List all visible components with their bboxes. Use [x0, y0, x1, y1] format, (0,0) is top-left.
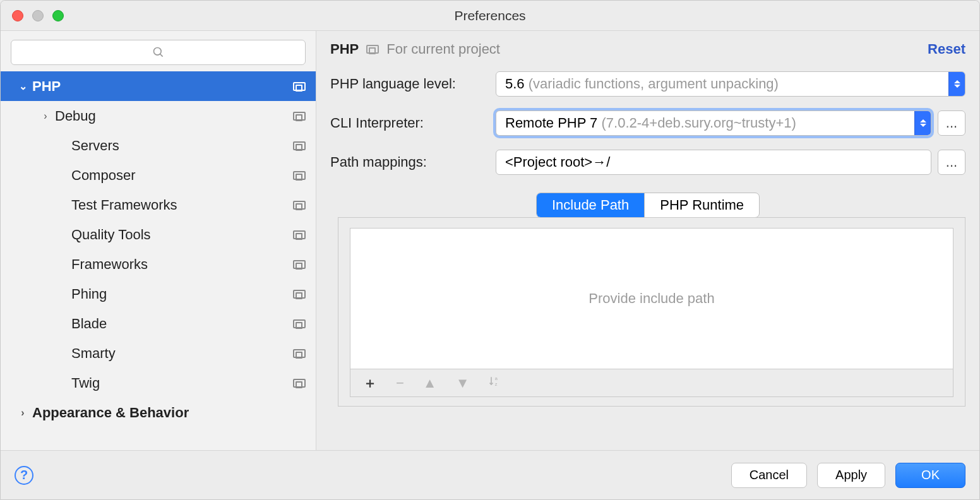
move-down-button[interactable]: ▼ — [456, 375, 470, 391]
chevron-updown-icon[interactable] — [948, 72, 965, 96]
sidebar-item-smarty[interactable]: Smarty — [1, 338, 316, 368]
project-scope-icon — [293, 379, 306, 388]
search-wrap — [1, 31, 316, 71]
project-scope-icon — [293, 319, 306, 328]
path-mappings-field[interactable]: <Project root>→/ — [496, 150, 931, 175]
sidebar-item-appearance-behavior[interactable]: ›Appearance & Behavior — [1, 398, 316, 427]
project-scope-icon — [293, 112, 306, 121]
tab-php-runtime[interactable]: PHP Runtime — [644, 193, 759, 217]
project-scope-icon — [293, 82, 306, 91]
cli-interpreter-label: CLI Interpreter: — [330, 115, 496, 131]
sidebar-item-label: Composer — [71, 167, 293, 184]
cli-interpreter-combo[interactable]: Remote PHP 7 (7.0.2-4+deb.sury.org~trust… — [496, 110, 931, 136]
content-pane: PHP For current project Reset PHP langua… — [316, 31, 979, 450]
breadcrumb: PHP For current project Reset — [316, 31, 979, 68]
sidebar-item-label: Appearance & Behavior — [32, 405, 306, 421]
svg-line-1 — [160, 54, 162, 57]
include-path-toolbar: ＋ − ▲ ▼ az — [350, 369, 953, 396]
sidebar-item-label: Frameworks — [71, 256, 293, 273]
include-path-list[interactable]: Provide include path ＋ − ▲ ▼ az — [350, 228, 953, 397]
sidebar-item-debug[interactable]: ›Debug — [1, 101, 316, 131]
language-level-hint: (variadic functions, argument unpacking) — [529, 76, 779, 92]
help-button[interactable]: ? — [15, 466, 33, 485]
svg-point-0 — [153, 48, 161, 56]
path-mappings-browse-button[interactable]: ... — [938, 150, 965, 175]
chevron-down-icon[interactable]: ⌄ — [13, 80, 32, 92]
sidebar-item-test-frameworks[interactable]: Test Frameworks — [1, 190, 316, 220]
move-up-button[interactable]: ▲ — [423, 375, 437, 391]
sidebar-item-composer[interactable]: Composer — [1, 160, 316, 190]
sidebar-item-label: Quality Tools — [71, 227, 293, 243]
include-path-panel: Provide include path ＋ − ▲ ▼ az — [338, 217, 965, 407]
sidebar-item-twig[interactable]: Twig — [1, 368, 316, 398]
sidebar-item-label: Debug — [55, 108, 293, 124]
footer: ? Cancel Apply OK — [1, 450, 979, 499]
cli-interpreter-browse-button[interactable]: ... — [938, 110, 965, 136]
page-title: PHP — [330, 41, 359, 57]
settings-tree[interactable]: ⌄PHP›DebugServersComposerTest Frameworks… — [1, 71, 316, 450]
sidebar-item-label: Smarty — [71, 345, 293, 362]
project-scope-icon — [366, 45, 379, 54]
path-mappings-label: Path mappings: — [330, 154, 496, 170]
include-path-placeholder: Provide include path — [350, 229, 953, 369]
path-mappings-value: <Project root>→/ — [505, 154, 610, 170]
window-title: Preferences — [1, 8, 979, 23]
row-language-level: PHP language level: 5.6 (variadic functi… — [330, 71, 965, 97]
minimize-window-icon — [32, 10, 44, 21]
row-cli-interpreter: CLI Interpreter: Remote PHP 7 (7.0.2-4+d… — [330, 110, 965, 136]
sidebar-item-phing[interactable]: Phing — [1, 279, 316, 309]
sidebar-item-label: Test Frameworks — [71, 197, 293, 213]
sidebar-item-frameworks[interactable]: Frameworks — [1, 249, 316, 279]
remove-button[interactable]: − — [396, 375, 404, 391]
sidebar-item-servers[interactable]: Servers — [1, 131, 316, 160]
zoom-window-icon[interactable] — [52, 10, 64, 21]
form: PHP language level: 5.6 (variadic functi… — [316, 68, 979, 189]
sidebar-item-php[interactable]: ⌄PHP — [1, 71, 316, 101]
row-path-mappings: Path mappings: <Project root>→/ ... — [330, 150, 965, 175]
tab-segment: Include Path PHP Runtime — [536, 193, 760, 218]
sidebar-item-quality-tools[interactable]: Quality Tools — [1, 220, 316, 249]
project-scope-icon — [293, 290, 306, 299]
language-level-combo[interactable]: 5.6 (variadic functions, argument unpack… — [496, 71, 965, 97]
sidebar-item-blade[interactable]: Blade — [1, 309, 316, 338]
language-level-label: PHP language level: — [330, 76, 496, 92]
project-scope-icon — [293, 260, 306, 269]
sidebar-item-label: PHP — [32, 78, 293, 95]
sidebar-item-label: Twig — [71, 375, 293, 391]
project-scope-icon — [293, 141, 306, 150]
tabs: Include Path PHP Runtime — [316, 193, 979, 218]
project-scope-icon — [293, 230, 306, 239]
sidebar-item-label: Phing — [71, 286, 293, 302]
search-icon — [152, 46, 165, 59]
close-window-icon[interactable] — [12, 10, 23, 21]
sidebar: ⌄PHP›DebugServersComposerTest Frameworks… — [1, 31, 316, 450]
sidebar-item-label: Blade — [71, 316, 293, 332]
project-scope-icon — [293, 201, 306, 210]
tab-include-path[interactable]: Include Path — [537, 193, 644, 217]
sidebar-item-label: Servers — [71, 138, 293, 154]
add-button[interactable]: ＋ — [363, 374, 377, 393]
search-input[interactable] — [11, 40, 306, 65]
svg-text:z: z — [495, 381, 498, 386]
main-split: ⌄PHP›DebugServersComposerTest Frameworks… — [1, 31, 979, 450]
project-scope-icon — [293, 349, 306, 358]
cli-interpreter-value: Remote PHP 7 — [505, 115, 597, 131]
window-controls — [12, 10, 64, 21]
reset-link[interactable]: Reset — [928, 41, 965, 57]
cancel-button[interactable]: Cancel — [731, 463, 807, 488]
cli-interpreter-hint: (7.0.2-4+deb.sury.org~trusty+1) — [601, 115, 796, 131]
chevron-right-icon[interactable]: › — [13, 407, 32, 419]
chevron-updown-icon[interactable] — [914, 111, 931, 135]
chevron-right-icon[interactable]: › — [36, 110, 55, 122]
project-scope-icon — [293, 171, 306, 180]
language-level-value: 5.6 — [505, 76, 525, 92]
scope-label: For current project — [386, 41, 500, 57]
sort-az-button[interactable]: az — [488, 375, 501, 391]
ok-button[interactable]: OK — [895, 463, 965, 488]
titlebar: Preferences — [1, 1, 979, 31]
apply-button[interactable]: Apply — [817, 463, 885, 488]
